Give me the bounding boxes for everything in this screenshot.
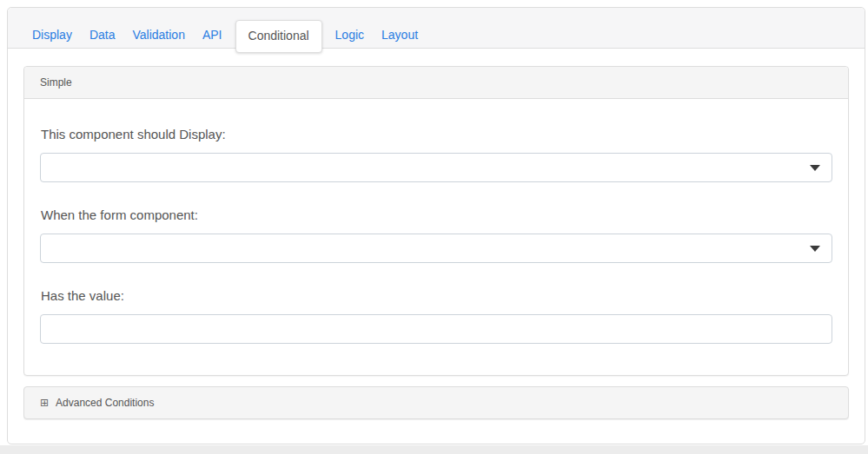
has-value-label: Has the value:: [41, 288, 832, 304]
component-settings-dialog: Display Data Validation API Conditional …: [7, 7, 865, 444]
tab-layout[interactable]: Layout: [373, 20, 427, 49]
chevron-down-icon: [810, 246, 820, 252]
simple-panel-body: This component should Display: When the …: [24, 99, 848, 375]
settings-dialog-background: Display Data Validation API Conditional …: [0, 0, 868, 445]
simple-panel-title: Simple: [40, 76, 72, 89]
when-component-label: When the form component:: [41, 207, 832, 223]
has-value-input[interactable]: [40, 314, 832, 344]
has-value-group: Has the value:: [40, 288, 832, 344]
advanced-conditions-panel-header[interactable]: ⊞ Advanced Conditions: [23, 386, 849, 419]
settings-tabbar: Display Data Validation API Conditional …: [8, 8, 865, 49]
display-condition-group: This component should Display:: [40, 127, 832, 182]
simple-panel-header: Simple: [24, 67, 848, 99]
tab-api[interactable]: API: [194, 20, 231, 49]
tab-display[interactable]: Display: [23, 20, 81, 49]
conditional-tab-content: Simple This component should Display: Wh…: [8, 49, 865, 419]
display-condition-label: This component should Display:: [41, 127, 832, 142]
when-component-select[interactable]: [40, 234, 832, 263]
tab-data[interactable]: Data: [81, 20, 124, 49]
tab-validation[interactable]: Validation: [123, 20, 193, 49]
tab-conditional[interactable]: Conditional: [235, 20, 322, 53]
tab-logic[interactable]: Logic: [327, 20, 373, 49]
display-condition-selected-value: [41, 154, 832, 166]
plus-square-icon: ⊞: [40, 397, 49, 409]
page-background-strip: [0, 445, 868, 454]
when-component-selected-value: [41, 234, 832, 247]
chevron-down-icon: [810, 165, 820, 171]
simple-conditional-panel: Simple This component should Display: Wh…: [23, 66, 849, 376]
when-component-group: When the form component:: [40, 207, 832, 263]
advanced-conditions-title: Advanced Conditions: [56, 397, 154, 409]
display-condition-select[interactable]: [40, 153, 832, 182]
